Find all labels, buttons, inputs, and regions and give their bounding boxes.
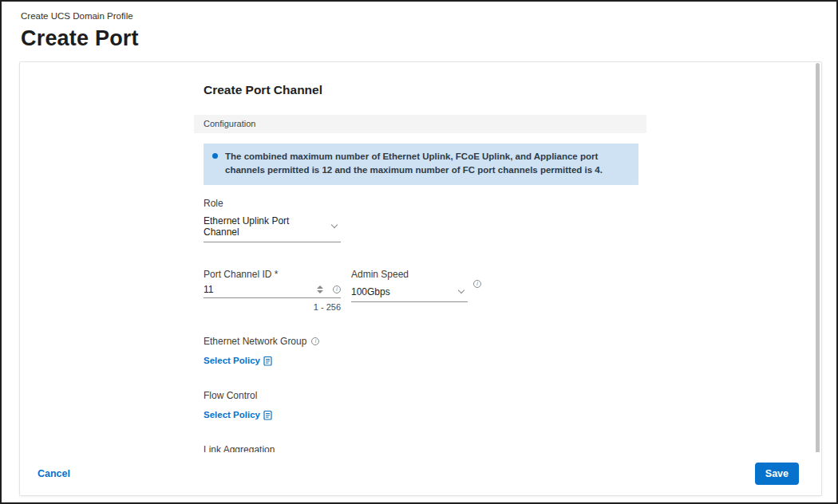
info-circle-icon: i <box>311 337 319 345</box>
stepper-down-icon[interactable] <box>317 290 323 293</box>
admin-speed-label: Admin Speed <box>351 269 468 280</box>
number-stepper[interactable] <box>317 285 323 293</box>
select-policy-link[interactable]: Select Policy <box>204 356 813 366</box>
info-circle-icon: i <box>473 280 481 288</box>
info-alert: The combined maximum number of Ethernet … <box>204 144 638 185</box>
info-icon <box>212 153 218 159</box>
save-button[interactable]: Save <box>755 463 799 485</box>
role-label: Role <box>204 198 813 209</box>
policy-doc-icon <box>263 410 272 420</box>
role-select-value: Ethernet Uplink Port Channel <box>204 215 327 238</box>
admin-speed-value: 100Gbps <box>351 286 390 297</box>
policy-doc-icon <box>263 356 272 366</box>
admin-speed-select[interactable]: 100Gbps <box>351 284 468 302</box>
panel-content: Create Port Channel Configuration The co… <box>20 62 813 452</box>
screen: Create UCS Domain Profile Create Port Cr… <box>0 0 838 504</box>
range-hint: 1 - 256 <box>204 302 341 312</box>
policy-label: Flow Control <box>204 390 257 401</box>
admin-speed-field: Admin Speed 100Gbps i <box>351 269 481 312</box>
stepper-up-icon[interactable] <box>317 285 323 289</box>
cancel-button[interactable]: Cancel <box>38 468 70 479</box>
chevron-down-icon <box>458 287 464 293</box>
scrollbar-thumb[interactable] <box>816 63 820 459</box>
select-policy-link[interactable]: Select Policy <box>204 410 813 420</box>
ethernet-network-group-section: Ethernet Network Group i Select Policy <box>204 336 813 366</box>
page-title: Create Port <box>21 26 836 51</box>
flow-control-section: Flow Control Select Policy <box>204 390 813 420</box>
page-header: Create UCS Domain Profile Create Port <box>2 2 836 51</box>
info-circle-icon: i <box>333 285 341 293</box>
port-channel-id-field: Port Channel ID * i 1 - 256 <box>204 269 341 312</box>
port-channel-id-label: Port Channel ID * <box>204 269 341 280</box>
id-speed-row: Port Channel ID * i 1 - 256 Admin Speed <box>204 269 813 312</box>
role-select[interactable]: Ethernet Uplink Port Channel <box>204 213 341 242</box>
scrollbar[interactable] <box>816 63 820 496</box>
chevron-down-icon <box>331 222 338 228</box>
breadcrumb[interactable]: Create UCS Domain Profile <box>21 11 836 21</box>
port-channel-id-input[interactable] <box>204 284 291 295</box>
info-alert-text: The combined maximum number of Ethernet … <box>225 150 628 178</box>
panel-heading: Create Port Channel <box>204 83 813 97</box>
policy-label: Ethernet Network Group <box>204 336 306 347</box>
create-port-channel-panel: Create Port Channel Configuration The co… <box>19 61 822 496</box>
link-aggregation-section: Link Aggregation Select Policy <box>204 444 813 453</box>
action-bar: Cancel Save <box>20 452 821 495</box>
role-field: Role Ethernet Uplink Port Channel <box>204 198 813 242</box>
policy-label: Link Aggregation <box>204 444 275 453</box>
configuration-section-header: Configuration <box>194 115 646 133</box>
